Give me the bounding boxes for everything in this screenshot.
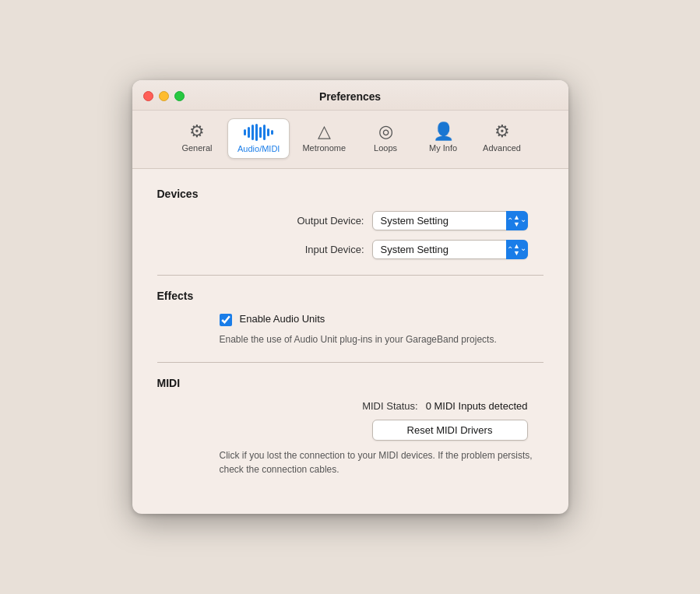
tab-advanced[interactable]: ⚙ Advanced	[473, 118, 530, 159]
tab-general-label: General	[181, 143, 212, 153]
midi-description: Click if you lost the connection to your…	[220, 448, 543, 476]
traffic-lights	[143, 91, 185, 101]
midi-status-row: MIDI Status: 0 MIDI Inputs detected	[157, 400, 543, 412]
tab-metronome-label: Metronome	[302, 143, 346, 153]
titlebar: Preferences	[132, 80, 568, 111]
devices-section-title: Devices	[157, 188, 543, 200]
reset-button-row: Reset MIDI Drivers	[157, 420, 543, 441]
tab-my-info[interactable]: 👤 My Info	[416, 118, 470, 159]
divider-1	[157, 275, 543, 276]
output-device-select[interactable]: System Setting Built-in Output	[372, 211, 528, 230]
output-device-label: Output Device:	[271, 215, 364, 227]
input-device-select[interactable]: System Setting Built-in Input	[372, 240, 528, 259]
tab-metronome[interactable]: △ Metronome	[293, 118, 355, 159]
minimize-button[interactable]	[159, 91, 169, 101]
input-device-wrapper: System Setting Built-in Input ▲ ▼	[372, 240, 528, 259]
person-icon: 👤	[433, 123, 454, 140]
devices-section: Devices Output Device: System Setting Bu…	[157, 188, 543, 259]
enable-audio-units-row: Enable Audio Units	[220, 313, 543, 326]
content-area: Devices Output Device: System Setting Bu…	[132, 169, 568, 514]
midi-section-title: MIDI	[157, 377, 543, 389]
divider-2	[157, 362, 543, 363]
enable-audio-units-checkbox[interactable]	[220, 314, 232, 326]
waveform-icon	[244, 124, 273, 141]
midi-status-value: 0 MIDI Inputs detected	[426, 400, 528, 412]
preferences-window: Preferences ⚙ General Audio/MIDI △	[132, 80, 568, 514]
advanced-gear-icon: ⚙	[494, 123, 510, 140]
loops-icon: ◎	[378, 123, 393, 140]
midi-section: MIDI MIDI Status: 0 MIDI Inputs detected…	[157, 377, 543, 476]
midi-status-label: MIDI Status:	[325, 400, 418, 412]
maximize-button[interactable]	[174, 91, 185, 101]
effects-section-title: Effects	[157, 290, 543, 302]
output-device-row: Output Device: System Setting Built-in O…	[157, 211, 543, 230]
enable-audio-units-label: Enable Audio Units	[240, 313, 325, 325]
effects-section: Effects Enable Audio Units Enable the us…	[157, 290, 543, 346]
tab-general[interactable]: ⚙ General	[170, 118, 224, 159]
toolbar: ⚙ General Audio/MIDI △ Metronome ◎	[132, 111, 568, 169]
metronome-icon: △	[318, 123, 331, 140]
tab-loops-label: Loops	[374, 143, 397, 153]
tab-audio-midi-label: Audio/MIDI	[237, 144, 280, 153]
input-device-row: Input Device: System Setting Built-in In…	[157, 240, 543, 259]
output-device-wrapper: System Setting Built-in Output ▲ ▼	[372, 211, 528, 230]
tab-advanced-label: Advanced	[483, 143, 521, 153]
effects-description: Enable the use of Audio Unit plug-ins in…	[220, 332, 543, 346]
tab-audio-midi[interactable]: Audio/MIDI	[227, 118, 290, 159]
tab-my-info-label: My Info	[429, 143, 457, 153]
close-button[interactable]	[143, 91, 153, 101]
window-title: Preferences	[319, 90, 381, 103]
gear-icon: ⚙	[189, 123, 205, 140]
tab-loops[interactable]: ◎ Loops	[358, 118, 413, 159]
input-device-label: Input Device:	[271, 244, 364, 255]
reset-midi-drivers-button[interactable]: Reset MIDI Drivers	[372, 420, 528, 441]
